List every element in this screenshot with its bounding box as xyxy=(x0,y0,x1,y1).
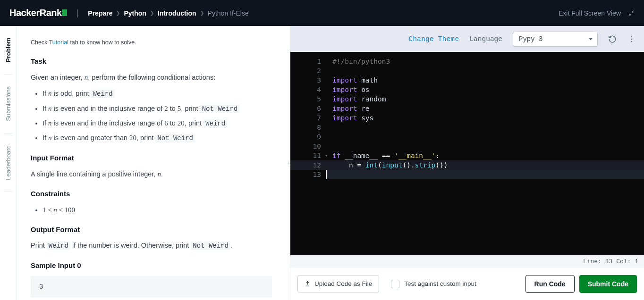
cursor-position: Line: 13 Col: 1 xyxy=(583,258,638,265)
main-content: Problem Submissions Leaderboard Check Tu… xyxy=(0,26,644,300)
breadcrumb: Prepare ❯ Python ❯ Introduction ❯ Python… xyxy=(88,9,248,17)
constraints-list: 1 ≤ n ≤ 100 xyxy=(31,204,272,216)
tutorial-hint: Check Tutorial tab to know how to solve. xyxy=(31,38,272,47)
collapse-icon[interactable] xyxy=(628,10,635,17)
upload-code-button[interactable]: Upload Code as File xyxy=(297,275,379,292)
side-tabs: Problem Submissions Leaderboard xyxy=(0,26,17,300)
code-line[interactable]: 1#!/bin/python3 xyxy=(290,57,644,66)
editor-status-bar: Line: 13 Col: 1 xyxy=(290,255,644,267)
upload-icon xyxy=(305,281,311,287)
problem-panel[interactable]: Check Tutorial tab to know how to solve.… xyxy=(17,26,286,300)
task-heading: Task xyxy=(31,56,272,67)
breadcrumb-python[interactable]: Python xyxy=(124,9,146,17)
checkbox-icon xyxy=(391,280,399,288)
input-format-heading: Input Format xyxy=(31,152,272,164)
header-left: HackerRank | Prepare ❯ Python ❯ Introduc… xyxy=(9,8,249,18)
editor-panel: Change Theme Language Pypy 3 1#!/bin/pyt… xyxy=(290,26,644,300)
code-editor[interactable]: 1#!/bin/python323import math4import os5i… xyxy=(290,52,644,255)
run-code-button[interactable]: Run Code xyxy=(525,275,575,293)
language-dropdown[interactable]: Pypy 3 xyxy=(513,32,598,47)
code-line[interactable]: 2 xyxy=(290,66,644,75)
input-format-desc: A single line containing a positive inte… xyxy=(31,168,272,180)
code-line[interactable]: 8 xyxy=(290,123,644,132)
header-right: Exit Full Screen View xyxy=(559,9,635,17)
output-format-desc: Print Weird if the number is weird. Othe… xyxy=(31,240,272,251)
list-item: If n is even and greater than 20, print … xyxy=(42,132,272,143)
kebab-menu-icon[interactable] xyxy=(627,35,636,43)
reset-icon[interactable] xyxy=(608,35,617,43)
action-bar: Upload Code as File Test against custom … xyxy=(290,267,644,300)
svg-point-1 xyxy=(631,38,632,39)
output-format-heading: Output Format xyxy=(31,224,272,235)
code-line[interactable]: 6import re xyxy=(290,104,644,113)
task-intro: Given an integer, n, perform the followi… xyxy=(31,72,272,83)
code-line[interactable]: 10 xyxy=(290,142,644,151)
exit-fullscreen-link[interactable]: Exit Full Screen View xyxy=(559,9,621,17)
list-item: If n is even and in the inclusive range … xyxy=(42,117,272,129)
code-line[interactable]: 5import random xyxy=(290,94,644,104)
list-item: If n is even and in the inclusive range … xyxy=(42,103,272,114)
logo[interactable]: HackerRank xyxy=(9,8,67,18)
tab-leaderboard[interactable]: Leaderboard xyxy=(5,133,12,192)
test-custom-input-checkbox[interactable]: Test against custom input xyxy=(391,280,476,288)
svg-point-0 xyxy=(631,36,632,37)
divider: | xyxy=(76,8,79,18)
code-line[interactable]: 11▾if __name__ == '__main__': xyxy=(290,151,644,160)
submit-code-button[interactable]: Submit Code xyxy=(579,275,637,293)
code-line[interactable]: 7import sys xyxy=(290,113,644,123)
chevron-right-icon: ❯ xyxy=(200,10,204,16)
language-label: Language xyxy=(469,35,502,43)
logo-mark xyxy=(62,9,67,16)
constraints-heading: Constraints xyxy=(31,188,272,200)
code-line[interactable]: 13 xyxy=(290,170,644,179)
code-line[interactable]: 9 xyxy=(290,132,644,142)
list-item: 1 ≤ n ≤ 100 xyxy=(42,204,272,216)
chevron-right-icon: ❯ xyxy=(150,10,154,16)
editor-toolbar: Change Theme Language Pypy 3 xyxy=(290,26,644,52)
top-header: HackerRank | Prepare ❯ Python ❯ Introduc… xyxy=(0,0,644,26)
svg-point-2 xyxy=(631,41,632,42)
list-item: If n is odd, print Weird xyxy=(42,88,272,99)
tab-problem[interactable]: Problem xyxy=(5,26,12,74)
pane-resize-handle[interactable]: ⋮⋮⋮ xyxy=(286,26,290,300)
action-bar-left: Upload Code as File Test against custom … xyxy=(297,275,476,292)
sample-input-heading: Sample Input 0 xyxy=(31,260,272,271)
rules-list: If n is odd, print Weird If n is even an… xyxy=(31,88,272,144)
action-bar-right: Run Code Submit Code xyxy=(525,275,637,293)
tab-submissions[interactable]: Submissions xyxy=(5,75,12,133)
tutorial-link[interactable]: Tutorial xyxy=(49,39,68,46)
breadcrumb-prepare[interactable]: Prepare xyxy=(88,9,112,17)
breadcrumb-introduction[interactable]: Introduction xyxy=(158,9,196,17)
code-line[interactable]: 12 n = int(input().strip()) xyxy=(290,160,644,170)
code-line[interactable]: 3import math xyxy=(290,75,644,85)
fold-marker-icon[interactable]: ▾ xyxy=(325,151,328,160)
change-theme-link[interactable]: Change Theme xyxy=(409,35,459,43)
breadcrumb-current: Python If-Else xyxy=(208,9,249,17)
chevron-right-icon: ❯ xyxy=(116,10,120,16)
code-line[interactable]: 4import os xyxy=(290,85,644,94)
sample-input-block: 3 xyxy=(31,276,272,298)
